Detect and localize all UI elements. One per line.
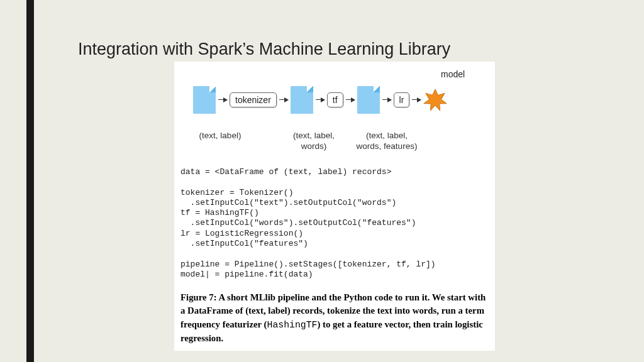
model-star-icon bbox=[423, 88, 447, 112]
arrow-icon bbox=[412, 99, 421, 100]
caption-mono: HashingTF bbox=[267, 320, 318, 330]
stage-tokenizer: tokenizer bbox=[230, 92, 277, 107]
code-listing: data = <DataFrame of (text, label) recor… bbox=[180, 167, 436, 280]
figure-box: model tokenizer tf lr (text, label) (tex… bbox=[174, 62, 495, 351]
slide: Integration with Spark’s Machine Learnin… bbox=[0, 0, 644, 362]
arrow-icon bbox=[316, 99, 325, 100]
sublabel-3: (text, label,words, features) bbox=[349, 131, 425, 152]
svg-marker-0 bbox=[424, 89, 447, 110]
figure-caption: Figure 7: A short MLlib pipeline and the… bbox=[180, 291, 489, 346]
sublabel-2: (text, label,words) bbox=[282, 131, 345, 152]
arrow-icon bbox=[279, 99, 288, 100]
sublabel-1: (text, label) bbox=[192, 131, 248, 141]
dataframe-icon bbox=[291, 86, 313, 114]
stage-tf: tf bbox=[327, 92, 343, 107]
stage-lr: lr bbox=[394, 92, 410, 107]
arrow-icon bbox=[218, 99, 227, 100]
pipeline-diagram: tokenizer tf lr bbox=[193, 82, 476, 117]
dataframe-icon bbox=[193, 86, 216, 114]
dataframe-icon bbox=[357, 86, 380, 114]
arrow-icon bbox=[346, 99, 355, 100]
arrow-icon bbox=[382, 99, 391, 100]
slide-title: Integration with Spark’s Machine Learnin… bbox=[78, 40, 450, 59]
model-output-label: model bbox=[441, 69, 465, 79]
